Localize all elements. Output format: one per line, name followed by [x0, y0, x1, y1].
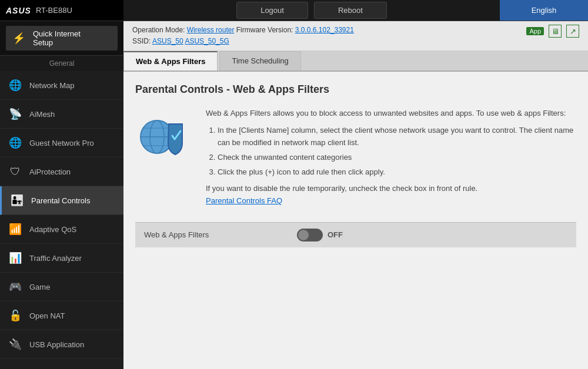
toggle-switch[interactable]: OFF — [297, 229, 343, 241]
description-intro: Web & Apps Filters allows you to block a… — [206, 108, 576, 120]
operation-mode-value[interactable]: Wireless router — [187, 26, 235, 34]
sidebar-item-label: Game — [29, 283, 50, 291]
parental-controls-svg — [138, 108, 191, 160]
asus-logo: ASUS — [6, 6, 31, 15]
sidebar-item-aimesh[interactable]: 📡 AiMesh — [0, 100, 123, 129]
ssid-2[interactable]: ASUS_50_5G — [185, 37, 229, 45]
network-map-icon: 🌐 — [7, 77, 24, 93]
sidebar-item-network-map[interactable]: 🌐 Network Map — [0, 71, 123, 100]
guest-network-icon: 🌐 — [7, 135, 24, 151]
steps-list: In the [Clients Name] column, select the… — [218, 125, 576, 178]
sidebar-item-label: Guest Network Pro — [29, 139, 94, 147]
sidebar-item-aiprotection[interactable]: 🛡 AiProtection — [0, 157, 123, 186]
router-model: RT-BE88U — [36, 6, 72, 15]
tab-web-apps-filters[interactable]: Web & Apps Filters — [123, 51, 218, 71]
sidebar-item-label: Traffic Analyzer — [29, 254, 82, 263]
filter-label: Web & Apps Filters — [144, 230, 297, 239]
info-bar: Operation Mode: Wireless router Firmware… — [123, 21, 588, 51]
sidebar-item-label: Parental Controls — [31, 196, 90, 205]
info-bar-left: Operation Mode: Wireless router Firmware… — [132, 25, 354, 47]
sidebar-item-label: AiProtection — [29, 167, 71, 176]
logout-button[interactable]: Logout — [236, 2, 308, 19]
step-1: In the [Clients Name] column, select the… — [218, 125, 576, 149]
sidebar-item-usb-application[interactable]: 🔌 USB Application — [0, 330, 123, 359]
tab-web-apps-filters-label: Web & Apps Filters — [136, 57, 205, 66]
quick-internet-setup[interactable]: ⚡ Quick InternetSetup — [6, 26, 118, 51]
sidebar: ⚡ Quick InternetSetup General 🌐 Network … — [0, 21, 123, 369]
sidebar-item-parental-controls[interactable]: 👨‍👧 Parental Controls — [0, 186, 123, 215]
game-icon: 🎮 — [7, 279, 24, 295]
sidebar-item-traffic-analyzer[interactable]: 📊 Traffic Analyzer — [0, 244, 123, 273]
sidebar-item-guest-network-pro[interactable]: 🌐 Guest Network Pro — [0, 129, 123, 157]
toggle-state-label: OFF — [328, 230, 343, 239]
step-3: Click the plus (+) icon to add rule then… — [218, 166, 576, 179]
traffic-analyzer-icon: 📊 — [7, 250, 24, 266]
parental-controls-icon: 👨‍👧 — [9, 192, 25, 209]
ssid-1[interactable]: ASUS_50 — [152, 37, 183, 45]
open-nat-icon: 🔓 — [7, 307, 24, 324]
aimesh-icon: 📡 — [7, 106, 24, 122]
sidebar-item-label: AiMesh — [29, 110, 55, 119]
info-bar-right: App 🖥 ↗ — [526, 25, 579, 38]
nav-buttons: Logout Reboot — [123, 2, 500, 19]
tab-time-scheduling-label: Time Scheduling — [232, 56, 288, 65]
quick-setup-icon: ⚡ — [11, 30, 27, 46]
sidebar-item-adaptive-qos[interactable]: 📶 Adaptive QoS — [0, 215, 123, 244]
firmware-label: Firmware Version: — [236, 26, 295, 34]
page-content: Parental Controls - Web & Apps Filters — [123, 72, 588, 369]
language-selector[interactable]: English — [500, 0, 588, 21]
aiprotection-icon: 🛡 — [7, 163, 24, 180]
general-section-label: General — [0, 55, 123, 71]
operation-mode-label: Operation Mode: — [132, 26, 187, 34]
usb-application-icon: 🔌 — [7, 336, 24, 353]
sidebar-top: ⚡ Quick InternetSetup — [0, 21, 123, 55]
sidebar-item-label: Open NAT — [29, 311, 65, 320]
toggle-track[interactable] — [297, 229, 323, 241]
reboot-button[interactable]: Reboot — [314, 2, 387, 19]
description-box: Web & Apps Filters allows you to block a… — [135, 108, 576, 207]
logo-area: ASUS RT-BE88U — [0, 0, 123, 21]
content-area: Operation Mode: Wireless router Firmware… — [123, 21, 588, 369]
quick-setup-label: Quick InternetSetup — [33, 29, 81, 47]
faq-link[interactable]: Parental Controls FAQ — [206, 196, 282, 205]
disable-note: If you want to disable the rule temporar… — [206, 183, 576, 195]
monitor-icon[interactable]: 🖥 — [549, 25, 562, 38]
sidebar-item-open-nat[interactable]: 🔓 Open NAT — [0, 301, 123, 330]
firmware-value[interactable]: 3.0.0.6.102_33921 — [295, 26, 354, 34]
app-badge: App — [526, 27, 544, 35]
step-2: Check the unwanted content categories — [218, 152, 576, 164]
sidebar-item-label: USB Application — [29, 340, 84, 349]
share-icon[interactable]: ↗ — [566, 25, 579, 38]
tab-time-scheduling[interactable]: Time Scheduling — [219, 51, 300, 71]
description-text: Web & Apps Filters allows you to block a… — [206, 108, 576, 207]
sidebar-item-label: Adaptive QoS — [29, 225, 76, 234]
sidebar-item-label: Network Map — [29, 81, 75, 90]
adaptive-qos-icon: 📶 — [7, 221, 24, 237]
filter-row: Web & Apps Filters OFF — [135, 222, 576, 247]
feature-icon — [135, 108, 194, 160]
toggle-knob — [298, 230, 309, 240]
ssid-label: SSID: — [132, 37, 152, 45]
sidebar-item-game[interactable]: 🎮 Game — [0, 273, 123, 301]
page-title: Parental Controls - Web & Apps Filters — [135, 83, 576, 96]
tabs: Web & Apps Filters Time Scheduling — [123, 51, 588, 72]
